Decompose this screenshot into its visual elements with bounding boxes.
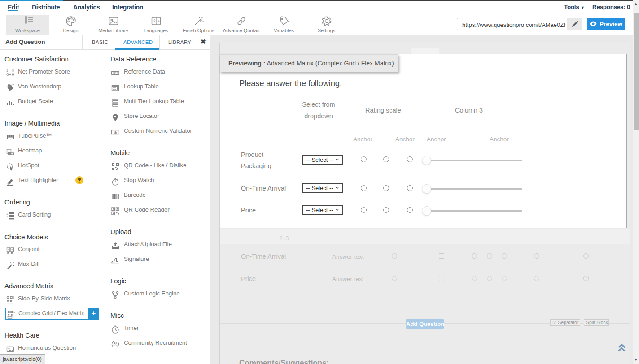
svg-text:文: 文	[153, 19, 156, 23]
svg-text:☰: ☰	[13, 296, 15, 299]
svg-text:A: A	[157, 19, 160, 23]
svg-text:14123: 14123	[113, 72, 119, 74]
svg-text:✱: ✱	[114, 130, 118, 135]
svg-text:x: x	[111, 260, 114, 264]
svg-text:✎: ✎	[13, 311, 15, 314]
svg-text:1: 1	[6, 69, 8, 72]
svg-text:5: 5	[12, 69, 14, 72]
svg-text:2: 2	[6, 215, 8, 218]
